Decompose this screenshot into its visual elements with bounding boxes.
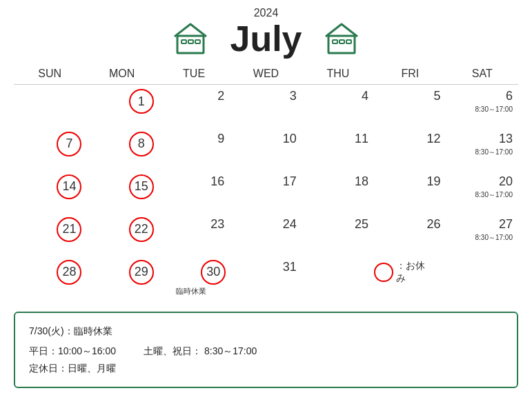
weekday-header-row: SUNMONTUEWEDTHUFRISAT [14,63,518,85]
date-number: 19 [427,174,441,189]
svg-rect-0 [177,36,204,53]
calendar-cell: 23 [158,213,230,256]
weekday-sun: SUN [14,63,86,85]
month-label: July [230,21,302,57]
week-row: 212223242526278:30～17:00 [14,213,518,256]
date-number: 25 [355,217,368,232]
calendar-cell: 278:30～17:00 [446,213,518,256]
calendar-cell: 12 [374,128,446,170]
calendar-cell [14,85,86,128]
date-special-label: 臨時休業 [158,286,224,296]
date-number: 18 [355,174,368,189]
date-number: 11 [355,132,368,146]
date-number: 16 [210,174,224,189]
date-hours: 8:30～17:00 [446,148,513,157]
date-number: 26 [427,217,441,232]
calendar-cell: 17 [230,170,302,213]
calendar-cell: 21 [14,213,86,256]
calendar-cell: 9 [158,128,230,170]
date-number: 9 [217,132,224,146]
date-number: 31 [283,260,297,274]
date-hours: 8:30～17:00 [446,233,513,243]
calendar-cell: 7 [14,128,86,170]
date-number: 6 [506,89,513,103]
circled-date: 14 [57,174,81,199]
weekday-mon: MON [86,63,157,85]
calendar-cell: 25 [302,213,374,256]
circled-date: 30 [201,260,226,285]
date-number: 2 [217,89,224,103]
calendar-cell: 4 [302,85,374,128]
weekday-wed: WED [230,63,302,85]
calendar-cell: 18 [302,170,374,213]
svg-rect-7 [346,40,351,43]
svg-rect-5 [333,40,337,43]
svg-rect-4 [328,36,355,53]
calendar-table: SUNMONTUEWEDTHUFRISAT 1234568:30～17:0078… [14,63,518,301]
month-row: July [14,21,518,57]
weekday-sat: SAT [446,63,518,85]
date-number: 4 [362,89,368,103]
calendar-cell: 3 [230,85,302,128]
calendar-cell: 16 [158,170,230,213]
svg-rect-3 [195,40,200,43]
date-number: 5 [434,89,441,103]
date-number: 12 [427,132,441,146]
week-row: 1234568:30～17:00 [14,85,518,128]
calendar-cell: 31 [230,256,302,301]
calendar-cell: 29 [86,256,157,301]
date-number: 17 [283,174,297,189]
date-number: 20 [499,174,513,189]
circled-date: 7 [57,132,81,156]
calendar-cell: 8 [86,128,157,170]
svg-rect-6 [339,40,344,43]
legend-row: ：お休み [374,260,440,285]
svg-rect-2 [188,40,193,43]
year-label: 2024 [14,7,518,19]
date-hours: 8:30～17:00 [446,105,513,114]
info-line2: 平日：10:00～16:00 土曜、祝日： 8:30～17:00 [29,343,503,360]
weekday-fri: FRI [374,63,446,85]
calendar-cell: 10 [230,128,302,170]
circled-date: 28 [57,260,81,285]
date-number: 23 [210,217,224,232]
info-line3: 定休日：日曜、月曜 [29,360,503,377]
date-number: 13 [499,132,513,146]
circled-date: 1 [129,89,154,114]
calendar-cell: 30臨時休業 [158,256,230,301]
calendar-cell: 19 [374,170,446,213]
date-number: 3 [290,89,297,103]
svg-rect-1 [181,40,186,43]
circled-date: 29 [129,260,154,285]
calendar-cell: 15 [86,170,157,213]
date-number: 10 [283,132,297,146]
date-hours: 8:30～17:00 [446,190,513,200]
calendar-cell: 2 [158,85,230,128]
calendar-cell: 5 [374,85,446,128]
house-icon-left [172,21,209,56]
calendar-cell: 14 [14,170,86,213]
calendar-cell: ：お休み [374,256,446,301]
calendar-cell [302,256,374,301]
circled-date: 22 [129,217,154,242]
info-line1: 7/30(火)：臨時休業 [29,323,503,340]
calendar-cell: 11 [302,128,374,170]
weekday-thu: THU [302,63,374,85]
week-row: 141516171819208:30～17:00 [14,170,518,213]
calendar-cell: 68:30～17:00 [446,85,518,128]
week-row: 789101112138:30～17:00 [14,128,518,170]
date-number: 24 [283,217,297,232]
legend-circle [374,263,393,282]
circled-date: 21 [57,217,81,242]
date-number: 27 [499,217,513,232]
calendar-cell [446,256,518,301]
weekday-tue: TUE [158,63,230,85]
week-row: 282930臨時休業31：お休み [14,256,518,301]
info-box: 7/30(火)：臨時休業 平日：10:00～16:00 土曜、祝日： 8:30～… [14,312,518,389]
calendar-cell: 1 [86,85,157,128]
house-icon-right [323,21,360,56]
calendar-cell: 138:30～17:00 [446,128,518,170]
circled-date: 15 [129,174,154,199]
calendar-header: 2024 July [14,7,518,57]
calendar-cell: 208:30～17:00 [446,170,518,213]
